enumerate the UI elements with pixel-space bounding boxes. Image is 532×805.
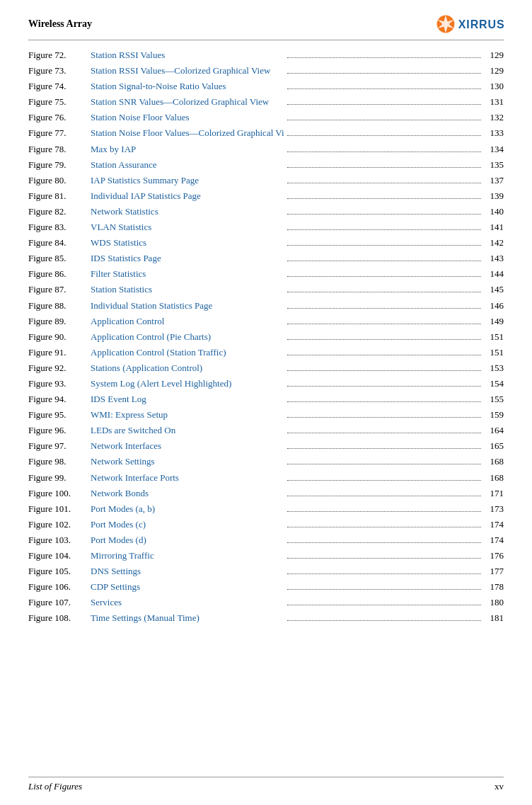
figure-page: 178 xyxy=(484,579,504,595)
figure-page: 164 xyxy=(484,423,504,438)
figure-dots xyxy=(287,167,481,168)
figure-dots xyxy=(287,135,481,136)
figure-page: 173 xyxy=(484,501,504,517)
list-item: Figure 85.IDS Statistics Page 143 xyxy=(28,251,504,266)
figure-label: Network Settings xyxy=(91,454,284,469)
figure-number: Figure 106. xyxy=(28,579,91,595)
figure-dots xyxy=(287,401,481,402)
list-item: Figure 75.Station SNR Values—Colorized G… xyxy=(28,94,504,110)
figure-number: Figure 99. xyxy=(28,470,91,486)
footer-page: xv xyxy=(495,781,504,792)
figure-page: 165 xyxy=(484,438,504,454)
figure-dots xyxy=(287,183,481,183)
figure-number: Figure 88. xyxy=(28,298,91,314)
figure-label: Station RSSI Values xyxy=(91,47,284,63)
figure-page: 129 xyxy=(484,47,504,63)
figure-label: WDS Statistics xyxy=(91,235,284,251)
figure-dots xyxy=(287,386,481,387)
figure-label: Application Control (Pie Charts) xyxy=(91,329,284,345)
figure-dots xyxy=(287,542,481,543)
list-item: Figure 99.Network Interface Ports 168 xyxy=(28,470,504,486)
figure-label: DNS Settings xyxy=(91,564,284,579)
figure-dots xyxy=(287,57,481,58)
figure-number: Figure 84. xyxy=(28,235,91,251)
figure-dots xyxy=(287,589,481,590)
figure-number: Figure 85. xyxy=(28,251,91,266)
figure-label: Network Interfaces xyxy=(91,438,284,454)
list-item: Figure 90.Application Control (Pie Chart… xyxy=(28,329,504,345)
list-item: Figure 80.IAP Statistics Summary Page 13… xyxy=(28,173,504,188)
list-item: Figure 103.Port Modes (d) 174 xyxy=(28,532,504,548)
figure-number: Figure 92. xyxy=(28,360,91,376)
list-item: Figure 91.Application Control (Station T… xyxy=(28,345,504,360)
figure-dots xyxy=(287,448,481,449)
figure-dots xyxy=(287,605,481,605)
figure-label: IDS Statistics Page xyxy=(91,251,284,266)
figure-number: Figure 73. xyxy=(28,63,91,79)
list-item: Figure 97.Network Interfaces 165 xyxy=(28,438,504,454)
figure-dots xyxy=(287,89,481,89)
list-item: Figure 108.Time Settings (Manual Time) 1… xyxy=(28,610,504,626)
list-item: Figure 107.Services 180 xyxy=(28,595,504,610)
figure-label: Individual IAP Statistics Page xyxy=(91,188,284,204)
figure-dots xyxy=(287,152,481,152)
figure-dots xyxy=(287,527,481,527)
figure-label: Station Signal-to-Noise Ratio Values xyxy=(91,79,284,94)
logo: XIRRUS xyxy=(434,13,504,35)
figure-page: 177 xyxy=(484,564,504,579)
figure-page: 180 xyxy=(484,595,504,610)
figure-number: Figure 83. xyxy=(28,219,91,235)
figure-number: Figure 103. xyxy=(28,532,91,548)
figure-number: Figure 89. xyxy=(28,314,91,329)
figure-number: Figure 107. xyxy=(28,595,91,610)
figure-label: Individual Station Statistics Page xyxy=(91,298,284,314)
list-item: Figure 76.Station Noise Floor Values 132 xyxy=(28,110,504,125)
figure-dots xyxy=(287,464,481,464)
list-item: Figure 86.Filter Statistics 144 xyxy=(28,266,504,282)
list-item: Figure 94.IDS Event Log 155 xyxy=(28,392,504,407)
list-item: Figure 78.Max by IAP 134 xyxy=(28,142,504,157)
figure-page: 133 xyxy=(484,125,504,141)
figure-dots xyxy=(287,104,481,105)
footer-label: List of Figures xyxy=(28,781,82,792)
figure-page: 146 xyxy=(484,298,504,314)
list-item: Figure 93.System Log (Alert Level Highli… xyxy=(28,376,504,392)
figure-label: Station RSSI Values—Colorized Graphical … xyxy=(91,63,284,79)
figure-dots xyxy=(287,308,481,309)
svg-text:XIRRUS: XIRRUS xyxy=(458,18,504,30)
figure-page: 134 xyxy=(484,142,504,157)
figure-dots xyxy=(287,324,481,324)
figure-page: 151 xyxy=(484,345,504,360)
figure-page: 159 xyxy=(484,407,504,423)
figure-label: VLAN Statistics xyxy=(91,219,284,235)
list-item: Figure 79.Station Assurance 135 xyxy=(28,157,504,173)
figure-page: 137 xyxy=(484,173,504,188)
list-item: Figure 101.Port Modes (a, b) 173 xyxy=(28,501,504,517)
xirrus-logo-icon: XIRRUS xyxy=(434,13,504,35)
figure-label: IDS Event Log xyxy=(91,392,284,407)
list-item: Figure 96.LEDs are Switched On 164 xyxy=(28,423,504,438)
page-title: Wireless Array xyxy=(28,18,92,30)
figure-label: Application Control xyxy=(91,314,284,329)
figure-label: Application Control (Station Traffic) xyxy=(91,345,284,360)
figure-dots xyxy=(287,511,481,512)
figure-dots xyxy=(287,198,481,199)
figure-label: Time Settings (Manual Time) xyxy=(91,610,284,626)
figure-dots xyxy=(287,355,481,355)
list-item: Figure 104.Mirroring Traffic 176 xyxy=(28,548,504,564)
figure-label: IAP Statistics Summary Page xyxy=(91,173,284,188)
figure-page: 141 xyxy=(484,219,504,235)
figure-page: 130 xyxy=(484,79,504,94)
list-item: Figure 100.Network Bonds 171 xyxy=(28,486,504,501)
figure-label: Services xyxy=(91,595,284,610)
figure-page: 171 xyxy=(484,486,504,501)
figure-dots xyxy=(287,370,481,371)
figure-dots xyxy=(287,276,481,277)
page: Wireless Array XIRRUS Figure 72.Station … xyxy=(0,0,532,805)
figure-page: 181 xyxy=(484,610,504,626)
figure-label: Station Assurance xyxy=(91,157,284,173)
list-item: Figure 77.Station Noise Floor Values—Col… xyxy=(28,125,504,141)
figure-number: Figure 100. xyxy=(28,486,91,501)
figure-number: Figure 96. xyxy=(28,423,91,438)
figure-number: Figure 105. xyxy=(28,564,91,579)
